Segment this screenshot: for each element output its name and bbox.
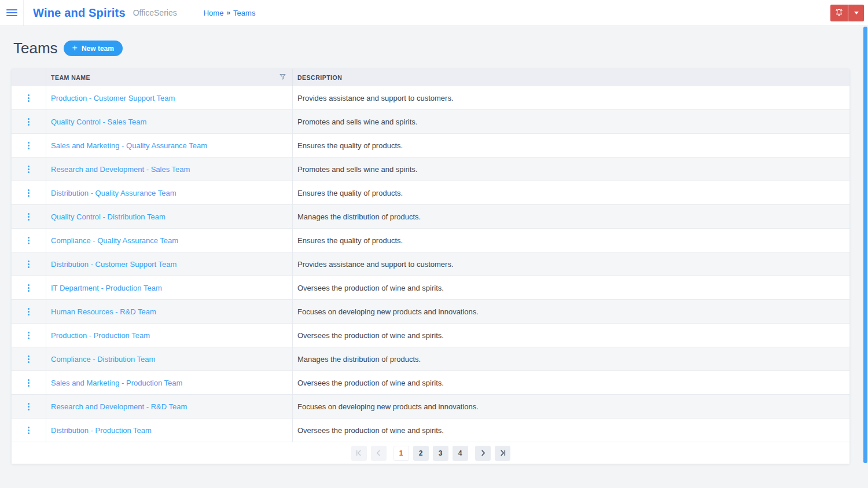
kebab-menu-icon[interactable] (25, 92, 32, 104)
team-description-text: Ensures the quality of products. (297, 141, 403, 150)
team-description-text: Oversees the production of wine and spir… (297, 426, 444, 435)
table-row: Human Resources - R&D Team Focuses on de… (12, 300, 849, 324)
page-button-2[interactable]: 2 (413, 446, 429, 461)
kebab-menu-icon[interactable] (25, 329, 32, 342)
row-actions-cell (12, 229, 46, 252)
kebab-menu-icon[interactable] (25, 424, 32, 436)
kebab-menu-icon[interactable] (25, 353, 32, 365)
team-name-link[interactable]: Production - Customer Support Team (51, 94, 175, 102)
team-name-cell: Distribution - Production Team (46, 419, 293, 442)
kebab-menu-icon[interactable] (25, 377, 32, 389)
team-name-link[interactable]: Production - Production Team (51, 331, 150, 340)
page-button-1[interactable]: 1 (393, 446, 409, 461)
filter-funnel-icon (279, 73, 286, 82)
hamburger-menu-icon[interactable] (0, 0, 24, 25)
row-actions-cell (12, 276, 46, 299)
page-number-buttons: 1234 (393, 446, 468, 461)
team-description-cell: Promotes and sells wine and spirits. (293, 157, 849, 181)
team-name-link[interactable]: Research and Development - Sales Team (51, 165, 190, 174)
team-name-cell: IT Department - Production Team (46, 276, 293, 299)
new-team-button[interactable]: + New team (64, 41, 123, 56)
team-description-cell: Manages the distribution of products. (293, 347, 849, 370)
kebab-menu-icon[interactable] (25, 211, 32, 223)
table-row: Compliance - Distribution Team Manages t… (12, 347, 849, 371)
team-description-text: Promotes and sells wine and spirits. (297, 118, 417, 126)
top-bar: Wine and Spirits OfficeSeries Home » Tea… (0, 0, 868, 26)
table-header-row: TEAM NAME DESCRIPTION (12, 69, 849, 86)
team-name-link[interactable]: Research and Development - R&D Team (51, 402, 187, 411)
team-name-link[interactable]: Sales and Marketing - Quality Assurance … (51, 141, 207, 150)
kebab-menu-icon[interactable] (25, 282, 32, 294)
breadcrumb: Home » Teams (204, 9, 256, 17)
team-name-link[interactable]: Distribution - Customer Support Team (51, 260, 176, 269)
team-name-link[interactable]: IT Department - Production Team (51, 284, 162, 292)
scrollbar-thumb[interactable] (863, 27, 867, 463)
row-actions-cell (12, 419, 46, 442)
team-description-text: Ensures the quality of products. (297, 236, 403, 245)
team-name-link[interactable]: Human Resources - R&D Team (51, 307, 156, 316)
team-name-link[interactable]: Sales and Marketing - Production Team (51, 379, 182, 387)
team-name-link[interactable]: Compliance - Distribution Team (51, 355, 155, 364)
team-name-link[interactable]: Quality Control - Sales Team (51, 118, 146, 126)
team-description-text: Provides assistance and support to custo… (297, 260, 454, 269)
team-name-column-header: TEAM NAME (46, 69, 293, 86)
team-name-link[interactable]: Compliance - Quality Assurance Team (51, 236, 178, 245)
first-page-button[interactable] (351, 446, 367, 461)
previous-page-button[interactable] (371, 446, 387, 461)
next-page-button[interactable] (475, 446, 491, 461)
team-name-link[interactable]: Distribution - Quality Assurance Team (51, 189, 176, 197)
account-dropdown-button[interactable] (848, 5, 864, 21)
table-row: Research and Development - R&D Team Focu… (12, 395, 849, 419)
team-description-cell: Focuses on developing new products and i… (293, 395, 849, 418)
team-name-link[interactable]: Distribution - Production Team (51, 426, 152, 435)
kebab-menu-icon[interactable] (25, 234, 32, 247)
kebab-menu-icon[interactable] (25, 258, 32, 270)
team-description-text: Promotes and sells wine and spirits. (297, 165, 417, 174)
table-row: Distribution - Quality Assurance Team En… (12, 181, 849, 205)
row-actions-cell (12, 205, 46, 228)
page-button-3[interactable]: 3 (433, 446, 448, 461)
breadcrumb-home-link[interactable]: Home (204, 9, 224, 17)
team-description-cell: Provides assistance and support to custo… (293, 86, 849, 109)
team-name-cell: Distribution - Customer Support Team (46, 252, 293, 276)
row-actions-cell (12, 157, 46, 181)
page-button-4[interactable]: 4 (453, 446, 468, 461)
team-description-cell: Promotes and sells wine and spirits. (293, 110, 849, 133)
team-description-cell: Oversees the production of wine and spir… (293, 419, 849, 442)
filter-button[interactable] (279, 73, 286, 82)
kebab-menu-icon[interactable] (25, 401, 32, 413)
app-subtitle: OfficeSeries (133, 8, 177, 17)
team-description-cell: Ensures the quality of products. (293, 229, 849, 252)
kebab-menu-icon[interactable] (25, 187, 32, 199)
kebab-menu-icon[interactable] (25, 140, 32, 152)
table-row: Compliance - Quality Assurance Team Ensu… (12, 229, 849, 252)
last-page-icon (499, 450, 506, 456)
team-name-cell: Human Resources - R&D Team (46, 300, 293, 323)
team-description-cell: Provides assistance and support to custo… (293, 252, 849, 276)
kebab-menu-icon[interactable] (25, 306, 32, 318)
team-name-cell: Distribution - Quality Assurance Team (46, 181, 293, 204)
plus-icon: + (72, 43, 78, 53)
kebab-menu-icon[interactable] (25, 116, 32, 128)
row-actions-cell (12, 181, 46, 204)
breadcrumb-current-link[interactable]: Teams (233, 9, 255, 17)
team-name-column-label: TEAM NAME (51, 74, 90, 81)
row-actions-cell (12, 86, 46, 109)
notifications-button[interactable] (830, 5, 848, 21)
table-row: Research and Development - Sales Team Pr… (12, 157, 849, 181)
row-actions-cell (12, 371, 46, 394)
team-name-cell: Research and Development - Sales Team (46, 157, 293, 181)
actions-column-header (12, 69, 46, 86)
page-head: Teams + New team (13, 39, 123, 57)
table-row: Distribution - Production Team Oversees … (12, 419, 849, 442)
kebab-menu-icon[interactable] (25, 163, 32, 175)
table-row: Sales and Marketing - Quality Assurance … (12, 134, 849, 157)
last-page-button[interactable] (495, 446, 510, 461)
description-column-label: DESCRIPTION (297, 74, 342, 81)
app-title: Wine and Spirits (33, 6, 126, 20)
row-actions-cell (12, 134, 46, 157)
team-name-link[interactable]: Quality Control - Distribution Team (51, 212, 165, 221)
team-description-text: Manages the distribution of products. (297, 212, 421, 221)
table-row: Distribution - Customer Support Team Pro… (12, 252, 849, 276)
row-actions-cell (12, 324, 46, 347)
